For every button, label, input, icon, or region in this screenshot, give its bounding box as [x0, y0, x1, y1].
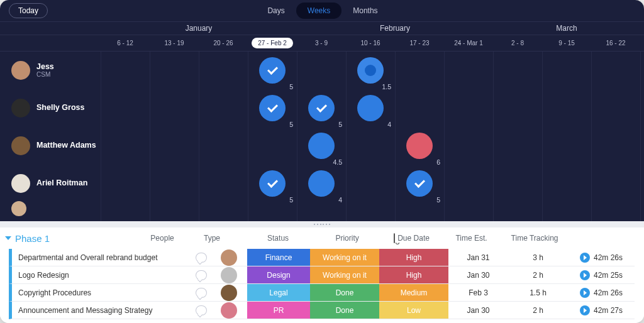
chat-button[interactable]: [192, 302, 211, 319]
timeline-cell[interactable]: [395, 89, 444, 127]
timeline-cell[interactable]: 5: [248, 89, 297, 127]
timeline-cell[interactable]: [591, 127, 640, 165]
timeline-cell[interactable]: [591, 52, 640, 89]
timeline-cell[interactable]: [248, 127, 297, 165]
people-cell[interactable]: [211, 302, 247, 319]
today-button[interactable]: Today: [9, 3, 48, 18]
timeline-cell[interactable]: [493, 52, 542, 89]
seg-months[interactable]: Months: [341, 3, 389, 19]
people-cell[interactable]: [211, 249, 247, 266]
week-header[interactable]: 24 - Mar 1: [444, 35, 493, 51]
timeline-cell[interactable]: [444, 52, 493, 89]
timeline-cell[interactable]: [101, 127, 150, 165]
timeline-cell[interactable]: [101, 89, 150, 127]
week-header[interactable]: 2 - 8: [493, 35, 542, 51]
workload-bubble[interactable]: [259, 57, 286, 84]
workload-bubble[interactable]: [308, 133, 335, 159]
task-name[interactable]: Logo Redesign: [9, 266, 192, 284]
resize-handle[interactable]: [0, 221, 644, 227]
tracking-cell[interactable]: 42m 26s: [568, 284, 635, 302]
play-icon[interactable]: [580, 270, 590, 280]
timeline-cell[interactable]: [297, 52, 346, 89]
workload-bubble[interactable]: [406, 170, 433, 197]
timeline-cell[interactable]: 5: [297, 89, 346, 127]
est-cell[interactable]: 1.5 h: [508, 284, 568, 302]
est-cell[interactable]: 3 h: [508, 249, 568, 266]
timeline-cell[interactable]: 4: [297, 165, 346, 202]
prio-cell[interactable]: High: [379, 266, 448, 284]
prio-cell[interactable]: Low: [379, 302, 448, 319]
chat-button[interactable]: [192, 284, 211, 302]
play-icon[interactable]: [580, 253, 590, 263]
timeline-cell[interactable]: 4.5: [297, 127, 346, 165]
timeline-cell[interactable]: [444, 89, 493, 127]
timeline-cell[interactable]: [591, 89, 640, 127]
workload-bubble[interactable]: [259, 170, 286, 197]
timeline-cell[interactable]: [542, 127, 591, 165]
collapse-icon[interactable]: [5, 236, 11, 240]
status-cell[interactable]: Working on it: [310, 266, 379, 284]
timeline-cell[interactable]: [199, 52, 248, 89]
task-name[interactable]: Copyright Procedures: [9, 284, 192, 302]
timeline-cell[interactable]: [150, 127, 199, 165]
timeline-cell[interactable]: [199, 89, 248, 127]
timeline-cell[interactable]: [395, 52, 444, 89]
est-cell[interactable]: 2 h: [508, 266, 568, 284]
week-header[interactable]: 16 - 22: [591, 35, 640, 51]
timeline-cell[interactable]: 4: [346, 89, 395, 127]
prio-cell[interactable]: High: [379, 249, 448, 266]
tracking-cell[interactable]: 42m 26s: [568, 249, 635, 266]
person-cell[interactable]: Shelly Gross: [0, 99, 101, 118]
person-cell[interactable]: JessCSM: [0, 61, 101, 80]
tracking-cell[interactable]: 42m 27s: [568, 302, 635, 319]
timeline-cell[interactable]: [150, 52, 199, 89]
week-header[interactable]: 27 - Feb 2: [248, 35, 297, 51]
due-cell[interactable]: Jan 30: [448, 266, 508, 284]
timeline-cell[interactable]: [346, 165, 395, 202]
timeline-cell[interactable]: [444, 127, 493, 165]
workload-bubble[interactable]: [259, 95, 286, 121]
week-header[interactable]: 3 - 9: [297, 35, 346, 51]
play-icon[interactable]: [580, 288, 590, 298]
seg-weeks[interactable]: Weeks: [296, 3, 341, 19]
week-header[interactable]: 9 - 15: [542, 35, 591, 51]
timeline-cell[interactable]: [542, 89, 591, 127]
type-cell[interactable]: PR: [247, 302, 310, 319]
type-cell[interactable]: Legal: [247, 284, 310, 302]
person-cell[interactable]: Matthew Adams: [0, 136, 101, 155]
status-cell[interactable]: Working on it: [310, 249, 379, 266]
task-name[interactable]: Departmental and Overall rebrand budget: [9, 249, 192, 266]
timeline-cell[interactable]: 5: [395, 165, 444, 202]
type-cell[interactable]: Finance: [247, 249, 310, 266]
timeline-cell[interactable]: [101, 165, 150, 202]
week-header[interactable]: 6 - 12: [101, 35, 150, 51]
timeline-cell[interactable]: 5: [248, 52, 297, 89]
week-header[interactable]: 20 - 26: [199, 35, 248, 51]
timeline-cell[interactable]: [591, 165, 640, 202]
prio-cell[interactable]: Medium: [379, 284, 448, 302]
timeline-cell[interactable]: [493, 165, 542, 202]
timeline-cell[interactable]: [493, 89, 542, 127]
timeline-cell[interactable]: [199, 127, 248, 165]
workload-bubble[interactable]: [308, 95, 335, 121]
group-title[interactable]: Phase 1: [15, 233, 50, 244]
timeline-cell[interactable]: [542, 52, 591, 89]
task-name[interactable]: Announcement and Messaging Strategy: [9, 302, 192, 319]
timeline-cell[interactable]: [150, 165, 199, 202]
timeline-cell[interactable]: 1.5: [346, 52, 395, 89]
timeline-cell[interactable]: [493, 127, 542, 165]
timeline-cell[interactable]: [101, 52, 150, 89]
tracking-cell[interactable]: 42m 25s: [568, 266, 635, 284]
chat-button[interactable]: [192, 266, 211, 284]
week-header[interactable]: 10 - 16: [346, 35, 395, 51]
workload-bubble[interactable]: [357, 57, 384, 84]
timeline-cell[interactable]: [199, 165, 248, 202]
people-cell[interactable]: [211, 266, 247, 284]
week-header[interactable]: 13 - 19: [150, 35, 199, 51]
type-cell[interactable]: Design: [247, 266, 310, 284]
timeline-cell[interactable]: [444, 165, 493, 202]
seg-days[interactable]: Days: [256, 3, 296, 19]
timeline-cell[interactable]: [150, 89, 199, 127]
workload-bubble[interactable]: [357, 95, 384, 121]
people-cell[interactable]: [211, 284, 247, 302]
